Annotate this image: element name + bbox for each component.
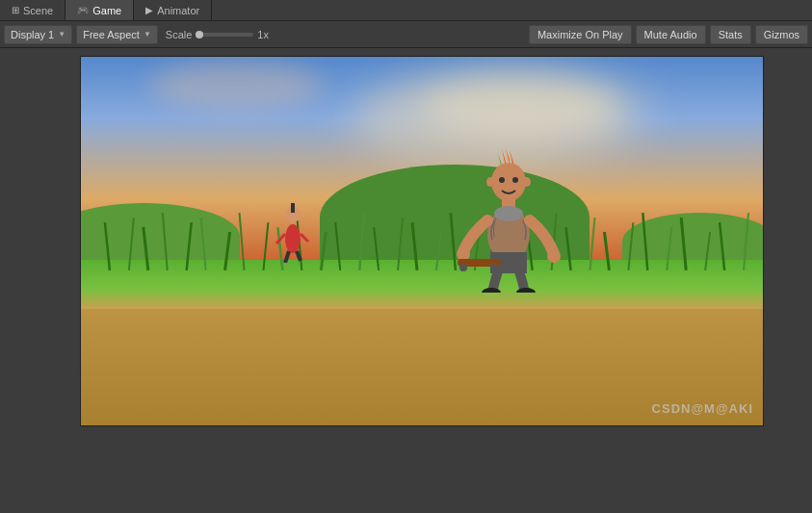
- svg-point-59: [459, 264, 467, 271]
- game-view: CSDN@M@AKI: [80, 56, 764, 426]
- tab-scene-label: Scene: [23, 5, 53, 16]
- svg-line-8: [263, 222, 268, 270]
- svg-line-11: [321, 232, 326, 270]
- svg-line-13: [359, 213, 364, 270]
- svg-line-12: [335, 222, 340, 270]
- scale-value: 1x: [257, 29, 269, 40]
- game-icon: 🎮: [77, 5, 89, 15]
- mute-button[interactable]: Mute Audio: [636, 25, 706, 44]
- svg-point-34: [285, 224, 301, 253]
- svg-line-24: [566, 227, 571, 270]
- svg-line-1: [129, 218, 134, 270]
- svg-line-40: [297, 251, 301, 261]
- svg-line-31: [705, 232, 710, 270]
- cloud-3: [149, 61, 323, 109]
- svg-line-32: [720, 222, 724, 270]
- scale-slider-thumb: [196, 31, 203, 38]
- svg-line-33: [744, 213, 748, 270]
- svg-line-37: [276, 234, 285, 244]
- svg-line-29: [667, 227, 671, 270]
- tab-bar: ⊞ Scene 🎮 Game ▶ Animator: [0, 0, 812, 21]
- svg-point-46: [499, 177, 505, 183]
- svg-line-3: [163, 213, 168, 270]
- maximize-button[interactable]: Maximize On Play: [529, 25, 632, 44]
- svg-line-5: [201, 218, 206, 270]
- tab-animator-label: Animator: [157, 5, 199, 16]
- svg-line-2: [144, 227, 148, 270]
- svg-line-0: [105, 222, 110, 270]
- grass-svg: [81, 193, 763, 270]
- cloud-2: [422, 77, 615, 135]
- svg-line-16: [412, 222, 417, 270]
- svg-line-26: [604, 232, 609, 270]
- svg-line-17: [436, 232, 441, 270]
- scene-icon: ⊞: [12, 5, 19, 15]
- tab-animator[interactable]: ▶ Animator: [134, 0, 212, 20]
- svg-line-39: [285, 251, 289, 263]
- svg-line-27: [628, 222, 633, 270]
- display-label: Display 1: [11, 29, 54, 40]
- svg-line-15: [398, 218, 403, 270]
- svg-point-47: [512, 177, 518, 183]
- aspect-select[interactable]: Free Aspect ▼: [76, 25, 158, 44]
- scale-label: Scale: [166, 29, 193, 40]
- display-select[interactable]: Display 1 ▼: [4, 25, 72, 44]
- animator-icon: ▶: [145, 5, 153, 15]
- svg-point-48: [486, 177, 494, 187]
- stats-button[interactable]: Stats: [710, 25, 751, 44]
- tab-game-label: Game: [92, 5, 121, 16]
- tab-game[interactable]: 🎮 Game: [65, 0, 134, 20]
- svg-point-54: [457, 247, 470, 261]
- svg-rect-36: [291, 203, 295, 213]
- svg-point-49: [523, 177, 531, 187]
- scale-group: Scale 1x: [166, 29, 269, 40]
- tab-scene[interactable]: ⊞ Scene: [0, 0, 65, 20]
- svg-point-45: [491, 163, 526, 201]
- svg-line-7: [240, 213, 245, 270]
- svg-point-60: [490, 264, 498, 271]
- svg-line-28: [642, 213, 647, 270]
- grass-area: [81, 193, 763, 270]
- watermark: CSDN@M@AKI: [652, 401, 753, 416]
- svg-line-18: [451, 213, 456, 270]
- svg-line-25: [590, 218, 595, 270]
- svg-line-14: [374, 227, 379, 270]
- svg-line-6: [225, 232, 230, 270]
- svg-point-55: [547, 249, 561, 263]
- gizmos-button[interactable]: Gizmos: [755, 25, 808, 44]
- character-near: [456, 148, 562, 293]
- aspect-label: Free Aspect: [83, 29, 140, 40]
- svg-line-38: [301, 234, 308, 242]
- svg-point-52: [494, 206, 523, 221]
- display-arrow-icon: ▼: [58, 30, 65, 38]
- svg-line-4: [187, 222, 192, 270]
- scale-slider[interactable]: [196, 33, 253, 37]
- toolbar: Display 1 ▼ Free Aspect ▼ Scale 1x Maxim…: [0, 21, 812, 48]
- svg-line-30: [681, 218, 686, 270]
- character-far: [272, 186, 315, 263]
- aspect-arrow-icon: ▼: [144, 30, 151, 38]
